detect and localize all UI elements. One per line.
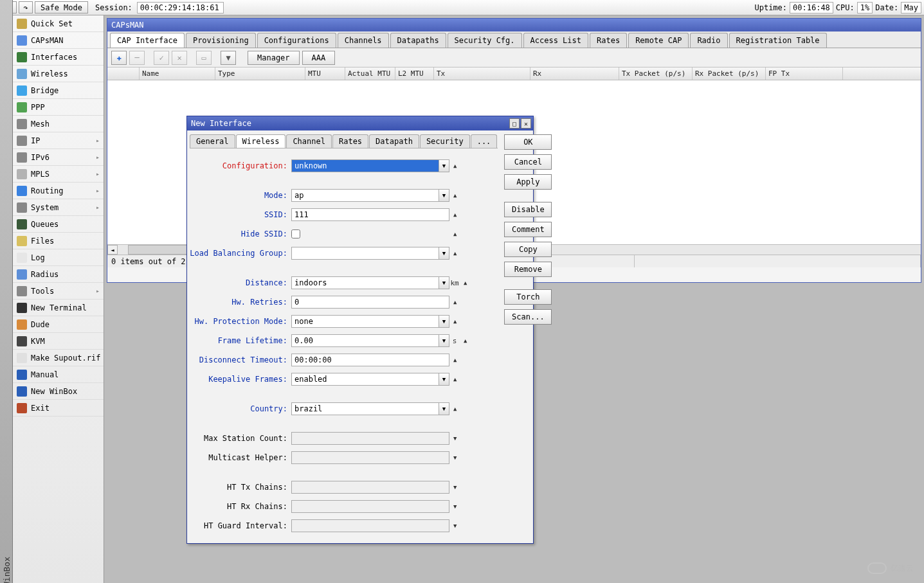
collapse-toggle-icon[interactable]: ▲	[453, 191, 462, 200]
text-input[interactable]	[291, 276, 439, 289]
text-input[interactable]	[291, 208, 449, 221]
aaa-button[interactable]: AAA	[302, 51, 336, 65]
collapse-toggle-icon[interactable]: ▼	[453, 502, 462, 511]
collapse-toggle-icon[interactable]: ▲	[453, 375, 462, 384]
maximize-button[interactable]: □	[509, 118, 520, 129]
sidebar-item-mesh[interactable]: Mesh	[13, 116, 104, 132]
sidebar-item-kvm[interactable]: KVM	[13, 333, 104, 350]
sidebar-item-ipv6[interactable]: IPv6▸	[13, 149, 104, 166]
column-header[interactable]: Rx Packet (p/s)	[693, 67, 766, 80]
dialog-tab-rates[interactable]: Rates	[332, 134, 368, 148]
sidebar-item-manual[interactable]: Manual	[13, 366, 104, 383]
collapse-toggle-icon[interactable]: ▼	[453, 434, 462, 443]
sidebar-item-interfaces[interactable]: Interfaces	[13, 49, 104, 66]
collapse-toggle-icon[interactable]: ▲	[453, 298, 462, 307]
collapse-toggle-icon[interactable]: ▼	[453, 483, 462, 492]
collapse-toggle-icon[interactable]: ▲	[453, 161, 462, 170]
collapse-toggle-icon[interactable]: ▼	[453, 453, 462, 462]
close-button[interactable]: ✕	[521, 118, 531, 129]
sidebar-item-system[interactable]: System▸	[13, 199, 104, 216]
sidebar-item-radius[interactable]: Radius	[13, 266, 104, 283]
text-input[interactable]	[291, 189, 439, 202]
sidebar-item-exit[interactable]: Exit	[13, 400, 104, 417]
text-input[interactable]	[291, 247, 439, 260]
tab-channels[interactable]: Channels	[338, 33, 389, 48]
tab-registration-table[interactable]: Registration Table	[729, 33, 827, 48]
apply-button[interactable]: Apply	[504, 174, 552, 190]
collapse-toggle-icon[interactable]: ▲	[453, 355, 462, 364]
ok-button[interactable]: OK	[504, 134, 552, 150]
collapse-toggle-icon[interactable]: ▲	[453, 317, 462, 326]
collapse-toggle-icon[interactable]: ▲	[464, 336, 473, 345]
sidebar-item-routing[interactable]: Routing▸	[13, 183, 104, 199]
redo-button[interactable]: ↷	[19, 1, 33, 13]
sidebar-item-log[interactable]: Log	[13, 249, 104, 266]
cancel-button[interactable]: Cancel	[504, 154, 552, 170]
sidebar-item-bridge[interactable]: Bridge	[13, 82, 104, 99]
collapse-toggle-icon[interactable]: ▲	[453, 404, 462, 413]
torch-button[interactable]: Torch	[504, 289, 552, 305]
enable-button[interactable]: ✓	[154, 51, 169, 65]
sidebar-item-make-supout-rif[interactable]: Make Supout.rif	[13, 350, 104, 366]
dialog-tab-security[interactable]: Security	[420, 134, 470, 148]
tab-provisioning[interactable]: Provisioning	[186, 33, 256, 48]
scroll-left-button[interactable]: ◄	[107, 245, 118, 255]
disable-button[interactable]: Disable	[504, 202, 552, 217]
text-input[interactable]	[291, 315, 439, 328]
dropdown-button[interactable]: ▼	[439, 159, 449, 172]
tab-rates[interactable]: Rates	[590, 33, 627, 48]
column-header[interactable]: L2 MTU	[395, 67, 434, 80]
text-input[interactable]	[291, 334, 439, 347]
column-header[interactable]: Name	[140, 67, 215, 80]
collapse-toggle-icon[interactable]: ▼	[453, 521, 462, 530]
dialog-tab-general[interactable]: General	[190, 134, 235, 148]
sidebar-item-wireless[interactable]: Wireless	[13, 66, 104, 82]
sidebar-item-mpls[interactable]: MPLS▸	[13, 166, 104, 183]
remove-button[interactable]: ─	[129, 51, 145, 65]
tab-radio[interactable]: Radio	[690, 33, 727, 48]
text-input[interactable]	[291, 373, 439, 386]
safe-mode-button[interactable]: Safe Mode	[35, 1, 88, 13]
dialog-tab-datapath[interactable]: Datapath	[369, 134, 419, 148]
dropdown-button[interactable]: ▼	[439, 276, 449, 289]
sidebar-item-capsman[interactable]: CAPsMAN	[13, 32, 104, 49]
sidebar-item-new-terminal[interactable]: New Terminal	[13, 300, 104, 316]
text-input[interactable]	[291, 402, 439, 415]
tab-security-cfg-[interactable]: Security Cfg.	[448, 33, 522, 48]
tab-configurations[interactable]: Configurations	[257, 33, 336, 48]
tab-cap-interface[interactable]: CAP Interface	[110, 33, 185, 48]
sidebar-item-dude[interactable]: Dude	[13, 316, 104, 333]
dropdown-button[interactable]: ▼	[439, 334, 449, 347]
copy-button[interactable]: Copy	[504, 242, 552, 257]
tab-remote-cap[interactable]: Remote CAP	[628, 33, 689, 48]
remove-button[interactable]: Remove	[504, 262, 552, 277]
column-header[interactable]: Tx	[434, 67, 530, 80]
scan--button[interactable]: Scan...	[504, 309, 552, 325]
text-input[interactable]	[291, 159, 439, 172]
disable-button[interactable]: ✕	[172, 51, 187, 65]
column-header[interactable]: Type	[215, 67, 305, 80]
collapse-toggle-icon[interactable]: ▲	[453, 229, 462, 238]
sidebar-item-ppp[interactable]: PPP	[13, 99, 104, 116]
filter-button[interactable]: ▼	[221, 51, 236, 65]
comment-button[interactable]: ▭	[196, 51, 212, 65]
tab-datapaths[interactable]: Datapaths	[390, 33, 446, 48]
text-input[interactable]	[291, 354, 449, 366]
dropdown-button[interactable]: ▼	[439, 315, 449, 328]
sidebar-item-queues[interactable]: Queues	[13, 216, 104, 233]
dialog-tab-channel[interactable]: Channel	[286, 134, 332, 148]
sidebar-item-files[interactable]: Files	[13, 233, 104, 249]
dialog-tab--[interactable]: ...	[471, 134, 498, 148]
collapse-toggle-icon[interactable]: ▲	[453, 210, 462, 219]
dropdown-button[interactable]: ▼	[439, 247, 449, 260]
tab-access-list[interactable]: Access List	[523, 33, 588, 48]
column-header[interactable]: Rx	[530, 67, 619, 80]
sidebar-item-new-winbox[interactable]: New WinBox	[13, 383, 104, 400]
dialog-tab-wireless[interactable]: Wireless	[236, 134, 286, 148]
sidebar-item-tools[interactable]: Tools▸	[13, 283, 104, 300]
add-button[interactable]: ✚	[111, 51, 127, 65]
column-header[interactable]	[107, 67, 140, 80]
manager-button[interactable]: Manager	[248, 51, 300, 65]
dropdown-button[interactable]: ▼	[439, 373, 449, 386]
checkbox-input[interactable]	[291, 229, 300, 238]
